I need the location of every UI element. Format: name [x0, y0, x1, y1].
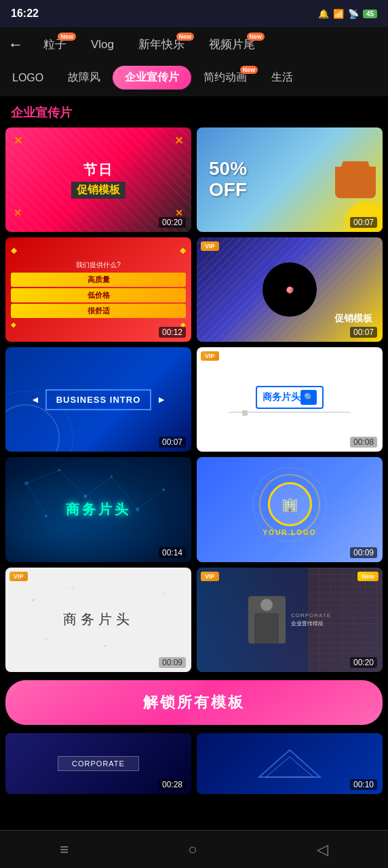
nav-row-2: LOGO 故障风 企业宣传片 简约动画 New 生活	[0, 62, 388, 96]
svg-marker-25	[266, 757, 313, 777]
duration-7: 00:14	[159, 547, 186, 558]
template-card-7[interactable]: 商务片头 00:14	[5, 457, 191, 561]
vip-badge-6: VIP	[201, 351, 219, 361]
card3-title: 我们提供什么?	[11, 260, 186, 270]
card5-arrow-right: ►	[157, 394, 166, 405]
card4-circle: 🎯	[263, 262, 317, 317]
card6-search: 商务片头 🔍	[256, 386, 324, 409]
building-icon: 🏢	[282, 496, 298, 513]
tab-故障风[interactable]: 故障风	[56, 66, 113, 90]
template-card-9[interactable]: 商务片头 VIP 00:09	[5, 568, 191, 672]
duration-8: 00:09	[350, 547, 377, 558]
nav-row-1: ← 粒子 New Vlog 新年快乐 New 视频片尾 New	[0, 27, 388, 62]
back-button[interactable]: ←	[0, 36, 31, 54]
template-card-4[interactable]: 🎯 促销模板 VIP 00:07	[197, 237, 383, 342]
card3-item-0: 高质量	[11, 273, 186, 287]
bottom-nav: ≡ ○ ◁	[0, 830, 388, 868]
card2-discount: 50% OFF	[209, 159, 247, 201]
home-button[interactable]: ○	[174, 835, 210, 864]
partial-card1-content: CORPORATE	[58, 756, 139, 771]
template-card-1[interactable]: 节日 促销模板 ✕ ✕ ✕ ✕ 00:20	[5, 127, 191, 232]
wifi-icon: 📶	[333, 9, 344, 19]
new-corner-badge-10: New	[357, 572, 379, 581]
template-card-3[interactable]: 我们提供什么? 高质量 低价格 很舒适 ◆ ◆ ◆ ◆ 00:12	[5, 237, 191, 342]
status-icons: 🔔 📶 📡 45	[318, 9, 377, 19]
partial-duration-1: 00:28	[159, 779, 186, 790]
template-card-5[interactable]: ◄ BUSINESS INTRO ► 00:07	[5, 347, 191, 452]
duration-5: 00:07	[159, 437, 186, 448]
card8-circle: 🏢	[268, 482, 312, 526]
duration-3: 00:12	[159, 327, 186, 338]
unlock-text: 解锁所有模板	[143, 694, 245, 711]
card1-content: 节日 促销模板	[71, 161, 125, 199]
card6-search-icon: 🔍	[300, 390, 317, 405]
new-badge-视频片尾: New	[247, 33, 265, 41]
new-badge-简约动画: New	[240, 66, 258, 74]
partial-card-2[interactable]: 00:10	[197, 733, 383, 794]
tab-vlog[interactable]: Vlog	[79, 34, 126, 56]
card5-content: ◄ BUSINESS INTRO ►	[31, 389, 166, 410]
card3-item-2: 很舒适	[11, 304, 186, 318]
tab-视频片尾[interactable]: 视频片尾 New	[197, 33, 267, 56]
tab-新年快乐[interactable]: 新年快乐 New	[126, 33, 197, 56]
template-card-6[interactable]: 商务片头 🔍 VIP 00:08	[197, 347, 383, 452]
unlock-banner[interactable]: 解锁所有模板	[5, 680, 383, 725]
tab-企业宣传片[interactable]: 企业宣传片	[113, 66, 191, 90]
duration-9: 00:09	[159, 657, 186, 668]
person-silhouette	[248, 596, 286, 644]
template-card-8[interactable]: 🏢 YOUR LOGO 00:09	[197, 457, 383, 561]
card5-text: BUSINESS INTRO	[45, 389, 152, 410]
duration-4: 00:07	[350, 327, 377, 338]
tab-简约动画[interactable]: 简约动画 New	[191, 66, 259, 90]
notification-icon: 🔔	[318, 9, 329, 19]
tab-logo[interactable]: LOGO	[0, 67, 56, 89]
partial-card-1[interactable]: CORPORATE 00:28	[5, 733, 191, 794]
menu-button[interactable]: ≡	[46, 835, 82, 864]
template-card-10[interactable]: CORPORATE 企业宣传模板 VIP New 00:20	[197, 568, 383, 672]
partial-duration-2: 00:10	[350, 779, 377, 790]
duration-6: 00:08	[350, 437, 377, 448]
duration-10: 00:20	[350, 657, 377, 668]
back-nav-button[interactable]: ◁	[303, 835, 342, 864]
signal-icon: 📡	[348, 9, 359, 19]
card9-text: 商务片头	[63, 610, 134, 629]
vip-badge-9: VIP	[9, 572, 28, 581]
templates-grid: 节日 促销模板 ✕ ✕ ✕ ✕ 00:20 50% OFF 00:07	[0, 127, 388, 672]
tab-生活[interactable]: 生活	[259, 66, 305, 90]
duration-2: 00:07	[350, 217, 377, 228]
category-title: 企业宣传片	[0, 96, 388, 127]
new-badge-新年快乐: New	[176, 33, 195, 41]
bag-icon	[335, 161, 376, 199]
duration-1: 00:20	[159, 217, 186, 228]
card7-text: 商务片头	[66, 500, 131, 519]
new-badge-粒子: New	[58, 33, 76, 41]
vip-badge-4: VIP	[201, 241, 219, 251]
card5-arrow-left: ◄	[31, 394, 40, 405]
card3-item-1: 低价格	[11, 288, 186, 302]
status-time: 16:22	[11, 7, 39, 20]
vip-badge-10: VIP	[201, 572, 219, 581]
tab-粒子[interactable]: 粒子 New	[31, 33, 79, 56]
card4-label: 促销模板	[334, 313, 372, 325]
status-bar: 16:22 🔔 📶 📡 45	[0, 0, 388, 27]
svg-marker-24	[259, 750, 320, 777]
card6-text: 商务片头	[263, 391, 300, 403]
template-card-2[interactable]: 50% OFF 00:07	[197, 127, 383, 232]
battery-badge: 45	[363, 9, 377, 18]
partial-cards-row: CORPORATE 00:28 00:10	[0, 733, 388, 800]
